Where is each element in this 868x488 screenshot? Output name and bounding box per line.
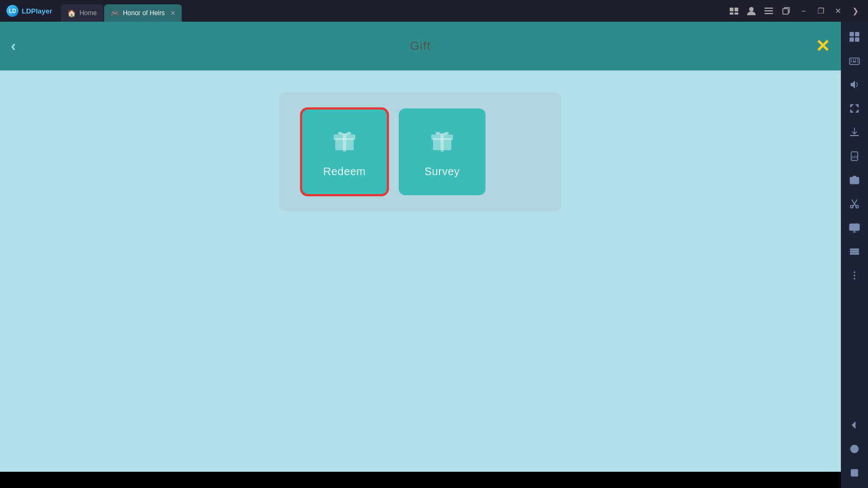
app-body: Redeem Survey (0, 70, 841, 488)
svg-point-41 (851, 445, 858, 453)
sidebar-volume-icon[interactable] (844, 74, 865, 95)
gift-options-container: Redeem Survey (279, 92, 561, 211)
sidebar-download-icon[interactable] (844, 121, 865, 143)
sidebar-back-icon[interactable] (844, 414, 865, 436)
svg-point-39 (854, 275, 856, 277)
window-close-button[interactable]: ✕ (830, 3, 846, 19)
sidebar-more-icon[interactable] (844, 265, 865, 286)
minimize-button[interactable]: − (795, 3, 812, 19)
tab-home-label: Home (79, 9, 97, 17)
sidebar-keyboard-icon[interactable] (844, 50, 865, 72)
honor-icon: 🎮 (111, 9, 119, 17)
expand-button[interactable]: ❯ (847, 3, 864, 19)
app-content: ‹ Gift ✕ (0, 22, 841, 488)
right-sidebar: APK (841, 22, 868, 488)
svg-rect-0 (730, 8, 733, 11)
svg-rect-3 (735, 12, 738, 15)
svg-rect-16 (855, 32, 859, 36)
svg-rect-23 (857, 60, 858, 61)
svg-point-4 (749, 7, 754, 11)
svg-point-40 (854, 278, 856, 280)
toolbar-account-icon[interactable] (743, 3, 760, 19)
svg-rect-37 (850, 253, 859, 254)
svg-rect-2 (730, 12, 733, 15)
sidebar-cut-icon[interactable] (844, 193, 865, 215)
svg-rect-26 (857, 61, 858, 62)
svg-rect-35 (850, 249, 859, 250)
svg-rect-5 (764, 8, 773, 9)
svg-point-32 (851, 206, 853, 208)
toolbar-players-icon[interactable] (726, 3, 742, 19)
sidebar-resize-icon[interactable] (844, 98, 865, 119)
svg-point-31 (853, 179, 856, 182)
redeem-label: Redeem (323, 165, 366, 178)
sidebar-apk-icon[interactable]: APK (844, 145, 865, 167)
svg-rect-27 (850, 135, 859, 136)
svg-rect-34 (850, 224, 859, 230)
svg-text:APK: APK (852, 155, 858, 159)
svg-rect-36 (850, 251, 859, 252)
sidebar-display-icon[interactable] (844, 217, 865, 239)
title-bar: LD LDPlayer 🏠 Home 🎮 Honor of Heirs ✕ − … (0, 0, 868, 22)
svg-rect-15 (850, 32, 854, 36)
sidebar-settings-icon[interactable] (844, 241, 865, 262)
svg-rect-24 (851, 61, 852, 62)
home-icon: 🏠 (67, 9, 76, 17)
survey-gift-icon (429, 126, 456, 159)
sidebar-screenshot-icon[interactable] (844, 169, 865, 191)
logo-text: LDPlayer (22, 7, 52, 15)
svg-rect-22 (855, 60, 856, 61)
sidebar-home-circle-icon[interactable] (844, 438, 865, 460)
svg-point-38 (854, 272, 856, 273)
svg-rect-6 (764, 10, 773, 11)
tab-honor[interactable]: 🎮 Honor of Heirs ✕ (104, 4, 181, 22)
sidebar-multiwindow-icon[interactable] (844, 26, 865, 48)
redeem-gift-icon (331, 126, 358, 159)
svg-rect-7 (764, 13, 773, 14)
svg-rect-42 (851, 470, 858, 476)
logo-icon: LD (7, 5, 18, 17)
svg-rect-20 (851, 60, 852, 61)
survey-label: Survey (424, 165, 459, 178)
app-header: ‹ Gift ✕ (0, 22, 841, 70)
maximize-button[interactable]: ❐ (813, 3, 829, 19)
bottom-bar (0, 472, 841, 488)
tabs-area: 🏠 Home 🎮 Honor of Heirs ✕ (61, 0, 181, 22)
sidebar-recents-icon[interactable] (844, 462, 865, 484)
close-gift-button[interactable]: ✕ (815, 37, 830, 55)
svg-rect-21 (853, 60, 854, 61)
back-button[interactable]: ‹ (11, 38, 16, 54)
svg-rect-18 (855, 37, 859, 42)
tab-close-icon[interactable]: ✕ (170, 10, 175, 17)
window-controls: − ❐ ✕ ❯ (726, 3, 868, 19)
svg-point-33 (856, 206, 859, 208)
svg-rect-1 (735, 8, 738, 11)
svg-rect-17 (850, 37, 854, 42)
redeem-button[interactable]: Redeem (301, 108, 388, 195)
tab-home[interactable]: 🏠 Home (61, 4, 103, 22)
main-layout: ‹ Gift ✕ (0, 22, 868, 488)
tab-honor-label: Honor of Heirs (123, 9, 164, 17)
svg-rect-25 (853, 61, 856, 62)
svg-rect-8 (783, 9, 788, 14)
svg-rect-14 (441, 133, 444, 152)
page-title: Gift (410, 39, 431, 53)
toolbar-restore-icon[interactable] (778, 3, 794, 19)
toolbar-menu-icon[interactable] (761, 3, 777, 19)
ldplayer-logo: LD LDPlayer (0, 5, 59, 17)
svg-rect-11 (343, 133, 346, 152)
survey-button[interactable]: Survey (399, 108, 486, 195)
